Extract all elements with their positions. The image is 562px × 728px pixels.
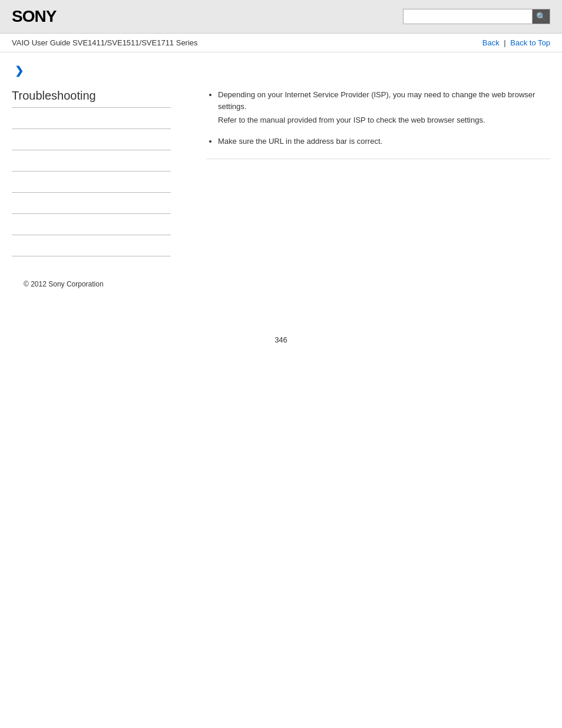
main-layout: Troubleshooting Depending on your Intern…: [12, 89, 550, 256]
search-button[interactable]: 🔍: [533, 9, 550, 24]
content-divider: [206, 159, 550, 159]
list-item-1: Depending on your Internet Service Provi…: [218, 89, 550, 126]
back-to-top-link[interactable]: Back to Top: [510, 38, 550, 47]
copyright-text: © 2012 Sony Corporation: [24, 280, 104, 288]
back-link[interactable]: Back: [482, 38, 500, 47]
header: SONY 🔍: [0, 0, 562, 34]
sidebar: Troubleshooting: [12, 89, 189, 256]
bullet1-sub-text: Refer to the manual provided from your I…: [218, 114, 550, 126]
sidebar-item: [12, 193, 171, 214]
sidebar-item: [12, 235, 171, 256]
bullet1-main-text: Depending on your Internet Service Provi…: [218, 90, 535, 111]
sidebar-item: [12, 214, 171, 235]
footer: © 2012 Sony Corporation: [12, 280, 550, 288]
chevron-icon: ❯: [15, 64, 550, 77]
sidebar-title: Troubleshooting: [12, 89, 171, 108]
page-number: 346: [0, 335, 562, 344]
content-list: Depending on your Internet Service Provi…: [206, 89, 550, 147]
search-icon: 🔍: [536, 12, 546, 21]
sidebar-item: [12, 150, 171, 172]
main-content: Depending on your Internet Service Provi…: [189, 89, 550, 256]
sony-logo: SONY: [12, 7, 56, 26]
sidebar-item: [12, 108, 171, 129]
sidebar-item: [12, 172, 171, 193]
sidebar-item: [12, 129, 171, 150]
guide-title: VAIO User Guide SVE1411/SVE1511/SVE1711 …: [12, 38, 198, 47]
nav-bar: VAIO User Guide SVE1411/SVE1511/SVE1711 …: [0, 34, 562, 52]
search-input[interactable]: [403, 9, 533, 24]
search-area: 🔍: [403, 9, 550, 24]
content: ❯ Troubleshooting Depending on your Inte…: [0, 52, 562, 300]
list-item-2: Make sure the URL in the address bar is …: [218, 136, 550, 147]
nav-separator: |: [504, 38, 508, 47]
nav-links: Back | Back to Top: [482, 38, 550, 47]
